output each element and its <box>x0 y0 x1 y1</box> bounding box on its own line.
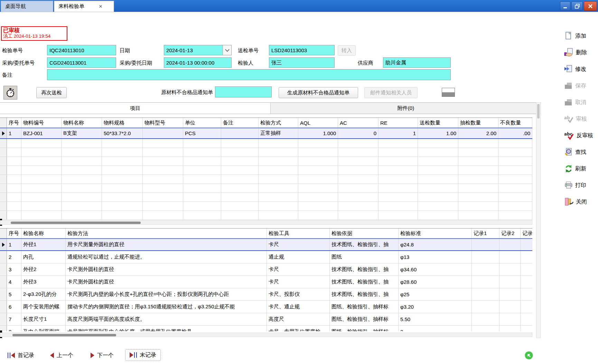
table-row[interactable]: 4外径3卡尺测外圆柱的直径卡尺技术图纸、检验指引、抽φ28.60 <box>0 276 532 288</box>
table-cell[interactable] <box>521 313 532 325</box>
table-cell[interactable]: 卡尺、专用孔位置度检 <box>267 326 330 331</box>
table-cell[interactable]: B支架 <box>62 128 102 138</box>
table-cell[interactable]: 外径3 <box>21 276 66 288</box>
table-cell[interactable]: 图纸、检验指引、抽样标 <box>330 326 399 331</box>
sidebar-audit-button[interactable]: ab 审核 <box>564 112 587 126</box>
table-cell[interactable]: 1.00 <box>418 128 458 138</box>
table-cell[interactable] <box>499 239 521 250</box>
table-cell[interactable]: 1.000 <box>298 128 338 138</box>
table-cell[interactable]: 技术图纸、检验指引、抽 <box>330 288 399 300</box>
close-button[interactable] <box>584 1 597 11</box>
table-cell[interactable]: 用卡尺测量外圆柱的直径 <box>66 239 267 250</box>
table-cell[interactable]: 2-φ3.20孔的分 <box>21 288 66 300</box>
table-header-row[interactable]: 序号检验名称检验方法检验工具检验依据检验标准记录1记录2记录3 <box>0 228 532 239</box>
table-row[interactable]: 2内孔通规轻松可以通过，止规不能进。通止规图纸φ13 <box>0 251 532 263</box>
header-cell[interactable]: 检验标准 <box>399 228 472 238</box>
table-row[interactable]: 7长度尺寸1高度尺测两端平面的高度或长度。高度尺图纸、检验指引、抽样标5.50 <box>0 313 532 326</box>
minimize-button[interactable] <box>560 1 570 11</box>
header-cell[interactable]: 不良数量 <box>498 118 532 128</box>
table-cell[interactable]: 技术图纸、检验指引、抽 <box>330 276 399 288</box>
table-header-row[interactable]: 序号物料编号物料名称物料规格物料型号单位备注检验方式AQLACRE送检数量抽检数… <box>0 118 532 128</box>
tab-close-icon[interactable]: × <box>98 3 103 9</box>
table-cell[interactable] <box>499 251 521 263</box>
first-record-button[interactable]: 首记录 <box>8 350 34 361</box>
header-cell[interactable]: 检验工具 <box>267 228 330 238</box>
header-cell[interactable]: 送检数量 <box>418 118 458 128</box>
table-cell[interactable]: φ25 <box>399 288 472 300</box>
purchase-date-input[interactable] <box>164 57 232 68</box>
items-table-hscrollbar[interactable] <box>0 220 532 225</box>
table-cell[interactable]: 7 <box>7 313 21 325</box>
table-cell[interactable]: 50*33.7*2.0 <box>102 128 143 138</box>
table-cell[interactable]: 外径2 <box>21 263 66 276</box>
row-selector[interactable] <box>0 263 7 276</box>
header-cell[interactable]: 序号 <box>7 228 21 238</box>
table-cell[interactable] <box>472 301 499 313</box>
table-cell[interactable]: 卡尺测两孔内壁的最小长度+孔的直径=中心距；投影仪测两孔的中心距 <box>66 288 267 300</box>
header-cell[interactable]: 记录2 <box>499 228 521 238</box>
table-cell[interactable]: 5 <box>7 288 21 300</box>
row-selector[interactable] <box>0 128 7 138</box>
table-cell[interactable] <box>521 239 532 250</box>
scrollbar-thumb[interactable] <box>11 222 141 224</box>
table-cell[interactable]: φ34.60 <box>399 263 472 276</box>
sidebar-cancel-button[interactable]: 取消 <box>564 95 586 109</box>
table-row[interactable]: 6两个安装用的螺摆动卡尺的内侧脚测的直径；用φ3.150通规能轻松通过，φ3.2… <box>0 301 532 313</box>
table-row[interactable]: 8孔中心到平面端卡尺测端平面到孔中心的长度，或用专用孔位置度检具。卡尺、专用孔位… <box>0 326 532 331</box>
table-cell[interactable]: 技术图纸、检验指引、抽 <box>330 263 399 276</box>
table-row[interactable]: 1BZJ-001B支架50*33.7*2.0PCS正常抽样1.000011.00… <box>0 128 532 139</box>
table-cell[interactable]: 3 <box>7 263 21 276</box>
table-cell[interactable]: 卡尺 <box>267 239 330 250</box>
table-cell[interactable]: .00 <box>498 128 532 138</box>
table-cell[interactable]: φ28.60 <box>399 276 472 288</box>
header-cell[interactable]: 检验依据 <box>330 228 399 238</box>
table-cell[interactable]: 0 <box>338 128 379 138</box>
row-selector[interactable] <box>0 301 7 313</box>
table-cell[interactable]: 内孔 <box>21 251 66 263</box>
table-cell[interactable] <box>472 288 499 300</box>
table-cell[interactable]: PCS <box>183 128 221 138</box>
header-cell[interactable]: 物料型号 <box>143 118 183 128</box>
table-cell[interactable]: 卡尺、通止规 <box>267 301 330 313</box>
scrollbar-thumb[interactable] <box>537 104 540 119</box>
table-cell[interactable] <box>521 251 532 263</box>
reject-notice-input[interactable] <box>215 86 272 97</box>
sidebar-save-button[interactable]: 保存 <box>564 79 586 93</box>
table-cell[interactable]: φ3.20 <box>399 301 472 313</box>
row-selector[interactable] <box>0 276 7 288</box>
table-cell[interactable]: 卡尺测外圆柱的直径 <box>66 263 267 276</box>
generate-notice-button[interactable]: 生成原材料不合格品通知单 <box>279 87 358 98</box>
restore-button[interactable] <box>571 1 583 11</box>
sidebar-modify-button[interactable]: 修改 <box>564 62 586 76</box>
table-cell[interactable]: 1 <box>7 239 21 250</box>
table-cell[interactable]: 卡尺 <box>267 263 330 276</box>
table-cell[interactable]: 2.00 <box>458 128 498 138</box>
table-cell[interactable]: 6 <box>7 301 21 313</box>
resubmit-button[interactable]: 再次送检 <box>36 87 67 98</box>
table-cell[interactable]: 4 <box>7 276 21 288</box>
next-record-button[interactable]: 下一个 <box>91 350 114 361</box>
header-cell[interactable]: RE <box>379 118 418 128</box>
table-row[interactable]: 52-φ3.20孔的分卡尺测两孔内壁的最小长度+孔的直径=中心距；投影仪测两孔的… <box>0 288 532 301</box>
table-cell[interactable]: 卡尺 <box>267 276 330 288</box>
table-cell[interactable]: 两个安装用的螺 <box>21 301 66 313</box>
table-cell[interactable] <box>499 288 521 300</box>
table-cell[interactable]: 技术图纸、检验指引、抽 <box>330 239 399 250</box>
scrollbar-thumb[interactable] <box>12 334 116 336</box>
table-cell[interactable]: 摆动卡尺的内侧脚测的直径；用φ3.150通规能轻松通过，φ3.250止规不能 <box>66 301 267 313</box>
row-selector[interactable] <box>0 239 7 250</box>
table-cell[interactable] <box>521 301 532 313</box>
table-cell[interactable] <box>472 263 499 276</box>
table-cell[interactable] <box>521 263 532 276</box>
date-dropdown-button[interactable] <box>223 45 231 55</box>
date-input[interactable]: 2024-01-13 <box>164 45 232 55</box>
table-cell[interactable]: 卡尺、投影仪 <box>267 288 330 300</box>
header-cell[interactable]: AQL <box>298 118 338 128</box>
header-cell[interactable]: 抽检数量 <box>458 118 498 128</box>
table-cell[interactable]: φ13 <box>399 251 472 263</box>
purchase-no-input[interactable] <box>47 57 116 68</box>
sidebar-close-button[interactable]: 关闭 <box>564 195 587 209</box>
sidebar-refresh-button[interactable]: 刷新 <box>564 162 586 176</box>
tab-desktop-nav[interactable]: 桌面导航 <box>1 1 53 12</box>
table-row[interactable]: 3外径2卡尺测外圆柱的直径卡尺技术图纸、检验指引、抽φ34.60 <box>0 263 532 276</box>
